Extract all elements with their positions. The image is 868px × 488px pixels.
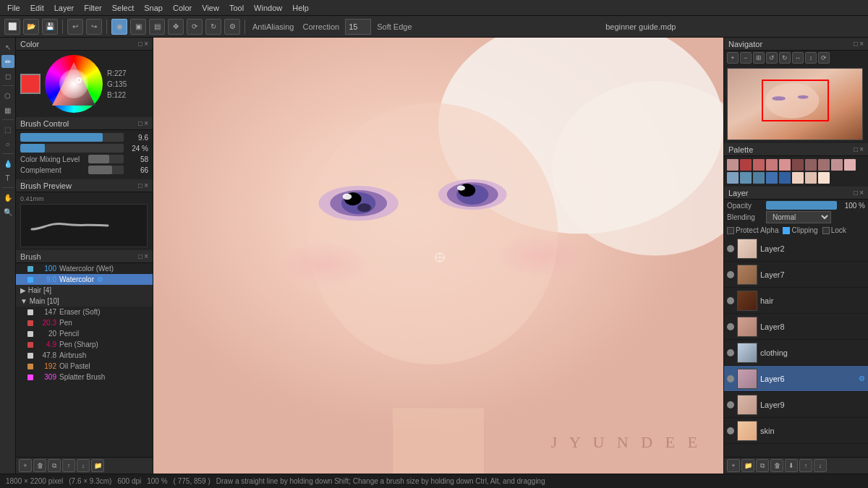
- layer-vis-layer9[interactable]: [727, 401, 734, 408]
- menu-file[interactable]: File: [3, 2, 25, 14]
- navigator-close[interactable]: ×: [859, 40, 864, 48]
- brush-preview-expand[interactable]: □: [138, 181, 142, 189]
- clipping-checkbox[interactable]: [783, 227, 790, 234]
- layer-bottom-down[interactable]: ↓: [814, 459, 827, 472]
- toolbar-select1-btn[interactable]: ▣: [130, 19, 146, 35]
- nav-fit[interactable]: ⊞: [753, 52, 765, 64]
- menu-filter[interactable]: Filter: [80, 2, 106, 14]
- palette-color-3[interactable]: [753, 159, 765, 171]
- layer-vis-layer7[interactable]: [727, 271, 734, 278]
- correction-input[interactable]: [345, 19, 371, 35]
- tool-cursor[interactable]: ↖: [1, 40, 14, 53]
- brush-size-track[interactable]: [20, 133, 124, 142]
- nav-zoom-out[interactable]: −: [740, 52, 752, 64]
- palette-color-5[interactable]: [779, 159, 791, 171]
- palette-color-16[interactable]: [792, 172, 804, 184]
- toolbar-open-btn[interactable]: 📂: [23, 19, 39, 35]
- color-swatch[interactable]: [20, 74, 41, 94]
- nav-rotate-cw[interactable]: ↻: [779, 52, 791, 64]
- palette-color-7[interactable]: [805, 159, 817, 171]
- tool-lasso[interactable]: ○: [1, 137, 14, 150]
- protect-alpha-checkbox[interactable]: [727, 227, 734, 234]
- layer-bottom-merge[interactable]: ⬇: [785, 459, 798, 472]
- brush-list-close[interactable]: ×: [144, 252, 148, 260]
- layer-item-layer7[interactable]: Layer7: [724, 262, 868, 288]
- brush-preview-close[interactable]: ×: [144, 181, 148, 189]
- layer-item-layer8[interactable]: Layer8: [724, 314, 868, 340]
- brush-item-oil-pastel[interactable]: 192 Oil Pastel: [16, 361, 153, 372]
- palette-color-14[interactable]: [766, 172, 778, 184]
- layer-vis-layer6[interactable]: [727, 375, 734, 382]
- brush-list-expand[interactable]: □: [138, 252, 142, 260]
- brush-category-main[interactable]: ▼ Main [10]: [16, 296, 153, 307]
- layer-item-layer9[interactable]: Layer9: [724, 392, 868, 418]
- tool-eraser[interactable]: ◻: [1, 69, 14, 82]
- menu-select[interactable]: Select: [108, 2, 139, 14]
- toolbar-new-btn[interactable]: ⬜: [4, 19, 20, 35]
- color-panel-close[interactable]: ×: [144, 40, 148, 48]
- navigator-expand[interactable]: □: [854, 40, 858, 48]
- layer-vis-layer8[interactable]: [727, 323, 734, 330]
- brush-opacity-track[interactable]: [20, 144, 124, 153]
- brush-item-watercolor-wet[interactable]: 100 Watercolor (Wet): [16, 263, 153, 274]
- brush-item-watercolor-active[interactable]: 9.0 Watercolor ⚙: [16, 274, 153, 285]
- layer-bottom-delete[interactable]: 🗑: [770, 459, 783, 472]
- tool-eyedropper[interactable]: 💧: [1, 157, 14, 170]
- palette-color-15[interactable]: [779, 172, 791, 184]
- layer-item-layer6[interactable]: Layer6 ⚙: [724, 366, 868, 392]
- color-panel-expand[interactable]: □: [138, 40, 142, 48]
- palette-color-13[interactable]: [753, 172, 765, 184]
- palette-color-9[interactable]: [831, 159, 843, 171]
- menu-help[interactable]: Help: [288, 2, 313, 14]
- brush-control-close[interactable]: ×: [144, 119, 148, 127]
- nav-rotate-ccw[interactable]: ↺: [766, 52, 778, 64]
- brush-item-eraser[interactable]: 147 Eraser (Soft): [16, 307, 153, 317]
- toolbar-rotate-btn[interactable]: ↻: [205, 19, 221, 35]
- toolbar-settings-btn[interactable]: ⚙: [224, 19, 240, 35]
- brush-bottom-move-up[interactable]: ↑: [62, 459, 75, 472]
- tool-zoom[interactable]: 🔍: [1, 205, 14, 218]
- palette-color-10[interactable]: [844, 159, 856, 171]
- layer-panel-expand[interactable]: □: [854, 189, 858, 197]
- palette-color-17[interactable]: [805, 172, 817, 184]
- color-mixing-track[interactable]: [88, 155, 124, 163]
- toolbar-save-btn[interactable]: 💾: [42, 19, 58, 35]
- nav-flip-v[interactable]: ↕: [805, 52, 817, 64]
- menu-window[interactable]: Window: [250, 2, 286, 14]
- palette-color-2[interactable]: [740, 159, 752, 171]
- tool-brush[interactable]: ✏: [1, 55, 14, 68]
- layer-vis-hair[interactable]: [727, 297, 734, 304]
- palette-color-1[interactable]: [727, 159, 739, 171]
- toolbar-select2-btn[interactable]: ▤: [149, 19, 165, 35]
- canvas-area[interactable]: J Y U N D E E: [153, 38, 723, 474]
- brush-item-splatter[interactable]: 309 Splatter Brush: [16, 372, 153, 382]
- nav-reset[interactable]: ⟳: [818, 52, 830, 64]
- brush-item-pen-sharp[interactable]: 4.9 Pen (Sharp): [16, 339, 153, 350]
- layer-bottom-new[interactable]: +: [727, 459, 740, 472]
- menu-color[interactable]: Color: [169, 2, 196, 14]
- tool-gradient[interactable]: ▦: [1, 103, 14, 116]
- toolbar-move-btn[interactable]: ✥: [168, 19, 184, 35]
- layer-vis-skin[interactable]: [727, 427, 734, 435]
- toolbar-brush-mode-btn[interactable]: ◉: [111, 19, 127, 35]
- layer-item-clothing[interactable]: clothing: [724, 340, 868, 366]
- nav-zoom-in[interactable]: +: [727, 52, 739, 64]
- navigator-thumb[interactable]: [727, 68, 863, 140]
- toolbar-transform-btn[interactable]: ⟳: [187, 19, 203, 35]
- palette-color-12[interactable]: [740, 172, 752, 184]
- palette-color-4[interactable]: [766, 159, 778, 171]
- nav-flip-h[interactable]: ↔: [792, 52, 804, 64]
- layer-item-layer2[interactable]: Layer2: [724, 236, 868, 262]
- layer-bottom-folder[interactable]: 📁: [741, 459, 754, 472]
- layer-item-skin[interactable]: skin: [724, 418, 868, 444]
- tool-select[interactable]: ⬚: [1, 123, 14, 136]
- brush-control-expand[interactable]: □: [138, 119, 142, 127]
- tool-hand[interactable]: ✋: [1, 191, 14, 204]
- palette-close[interactable]: ×: [859, 145, 864, 153]
- layer-clipping[interactable]: Clipping: [783, 226, 817, 234]
- layer-lock[interactable]: Lock: [822, 226, 846, 234]
- brush-category-hair[interactable]: ▶ Hair [4]: [16, 285, 153, 296]
- palette-expand[interactable]: □: [854, 145, 858, 153]
- layer-vis-clothing[interactable]: [727, 349, 734, 356]
- tool-fill[interactable]: ⬡: [1, 89, 14, 102]
